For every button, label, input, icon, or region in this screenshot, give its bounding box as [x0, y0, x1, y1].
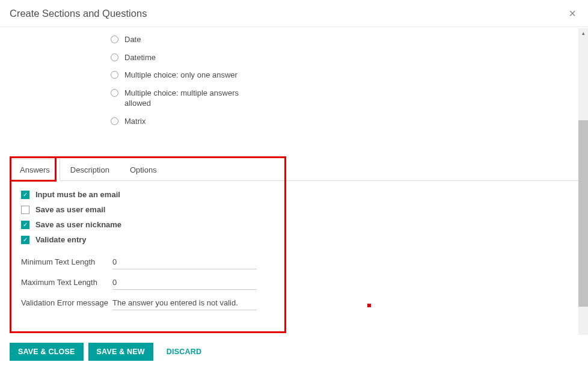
radio-matrix[interactable]: Matrix [111, 112, 267, 130]
max-length-input[interactable] [112, 275, 257, 290]
red-dot-marker [367, 304, 371, 307]
checkbox-checked-icon: ✓ [21, 191, 29, 199]
check-label: Validate entry [35, 235, 87, 244]
radio-icon [111, 117, 118, 125]
radio-label: Multiple choice: only one answer [124, 70, 237, 81]
check-label: Input must be an email [35, 190, 120, 199]
radio-datetime[interactable]: Datetime [111, 49, 267, 67]
modal-header: Create Sections and Questions × [0, 0, 588, 27]
check-validate-row[interactable]: ✓ Validate entry [21, 232, 278, 247]
check-save-nick-row[interactable]: ✓ Save as user nickname [21, 217, 278, 232]
radio-date[interactable]: Date [111, 31, 267, 49]
radio-label: Date [124, 34, 141, 45]
save-close-button[interactable]: Save & Close [10, 343, 84, 361]
modal-footer: Save & Close Save & New Discard [0, 336, 588, 368]
discard-button[interactable]: Discard [158, 343, 210, 361]
answers-tab-highlight [10, 156, 57, 182]
radio-icon [111, 89, 118, 97]
check-label: Save as user email [35, 205, 105, 214]
radio-label: Matrix [124, 116, 145, 127]
answers-highlight-box: ✓ Input must be an email Save as user em… [10, 156, 286, 333]
save-new-button[interactable]: Save & New [88, 343, 153, 361]
close-icon[interactable]: × [566, 7, 578, 19]
radio-label: Multiple choice: multiple answers allowe… [124, 88, 267, 109]
radio-icon [111, 71, 118, 79]
min-length-input[interactable] [112, 255, 257, 269]
field-label: Validation Error message [21, 296, 112, 307]
scroll-up-arrow-icon[interactable]: ▴ [578, 28, 588, 38]
check-input-email-row[interactable]: ✓ Input must be an email [21, 187, 278, 202]
checkbox-checked-icon: ✓ [21, 221, 29, 229]
radio-icon [111, 54, 118, 61]
field-max-length: Maximum Text Length [21, 272, 278, 293]
field-label: Maximum Text Length [21, 275, 112, 287]
check-label: Save as user nickname [35, 220, 121, 229]
field-label: Minimum Text Length [21, 255, 112, 266]
modal-title: Create Sections and Questions [10, 8, 147, 19]
radio-icon [111, 35, 118, 43]
error-message-input[interactable] [112, 296, 257, 310]
field-error-message: Validation Error message [21, 293, 278, 313]
radio-label: Datetime [124, 52, 156, 63]
radio-mc-one[interactable]: Multiple choice: only one answer [111, 66, 267, 84]
checkbox-checked-icon: ✓ [21, 236, 29, 244]
scrollbar-thumb[interactable] [578, 120, 588, 307]
field-min-length: Minimum Text Length [21, 252, 278, 272]
checkbox-unchecked-icon [21, 206, 29, 214]
question-type-radios: Date Datetime Multiple choice: only one … [10, 27, 578, 130]
check-save-email-row[interactable]: Save as user email [21, 202, 278, 217]
radio-mc-multi[interactable]: Multiple choice: multiple answers allowe… [111, 84, 267, 112]
